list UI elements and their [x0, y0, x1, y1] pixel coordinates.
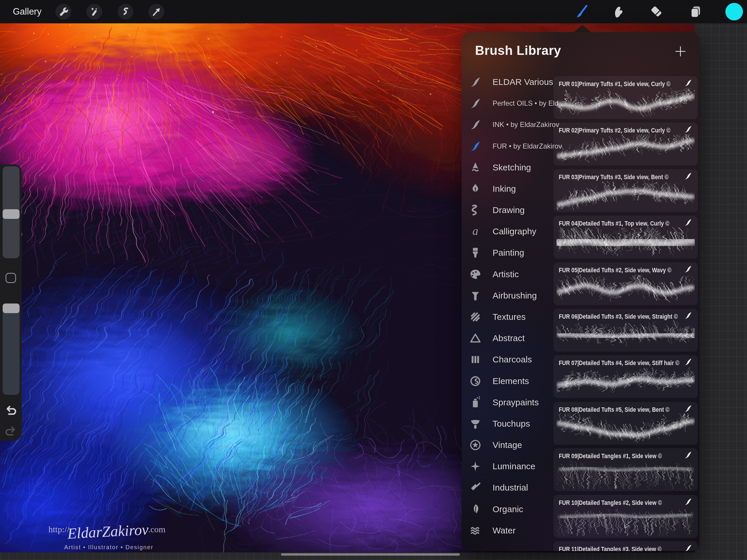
stroke-swoosh-icon: [469, 140, 482, 152]
top-toolbar: Gallery: [0, 0, 747, 23]
brush-name: FUR 08|Detailed Tufts #5, Side view, Ben…: [559, 406, 669, 413]
brush-stroke-preview: [557, 88, 695, 117]
brush-set-label: Textures: [493, 312, 525, 322]
brush-opacity-slider[interactable]: [3, 304, 20, 395]
brush-tool-button[interactable]: [572, 2, 591, 21]
brush-library-panel: Brush Library ELDAR VariousPerfect OILS …: [462, 32, 699, 551]
brush-set-label: Inking: [493, 184, 516, 194]
undo-button[interactable]: [4, 405, 18, 418]
home-indicator: [281, 553, 460, 556]
brush-set-label: Calligraphy: [493, 226, 536, 236]
stroke-swoosh-icon: [682, 311, 694, 320]
brush-stroke-preview: [557, 134, 695, 163]
brush-set-abstract[interactable]: Abstract: [462, 329, 553, 348]
brush-name: FUR 03|Primary Tufts #3, Side view, Bent…: [559, 173, 669, 181]
brush-item[interactable]: FUR 04|Detailed Tufts #1, Top view, Curl…: [553, 215, 698, 258]
brush-opacity-handle[interactable]: [3, 304, 20, 313]
hatch-icon: [469, 311, 482, 323]
adjustments-button[interactable]: [86, 4, 102, 20]
triangle-icon: [469, 332, 482, 345]
brush-set-calligraphy[interactable]: aCalligraphy: [462, 222, 553, 241]
layers-button[interactable]: [686, 2, 705, 21]
brush-set-painting[interactable]: Painting: [462, 244, 553, 262]
magic-wand-icon: [89, 7, 99, 17]
brush-set-elements[interactable]: Elements: [462, 372, 553, 390]
brush-set-luminance[interactable]: Luminance: [462, 457, 553, 476]
brush-item[interactable]: FUR 06|Detailed Tufts #3, Side view, Str…: [553, 309, 698, 352]
redo-button[interactable]: [4, 426, 18, 439]
brush-set-label: Industrial: [493, 483, 528, 492]
brush-set-industrial[interactable]: Industrial: [462, 478, 553, 497]
selection-button[interactable]: [118, 4, 133, 20]
gallery-button[interactable]: Gallery: [13, 0, 42, 23]
brush-set-artistic[interactable]: Artistic: [462, 265, 553, 284]
stroke-swoosh-icon: [682, 451, 694, 459]
pen-nib-icon: [469, 183, 482, 195]
signature-url-suffix: .com: [148, 525, 165, 534]
brush-set-airbrushing[interactable]: Airbrushing: [462, 286, 553, 305]
brush-set-drawing[interactable]: Drawing: [462, 201, 553, 220]
brush-stroke-preview: [557, 507, 695, 536]
brush-set-fur-by-eldarzakirov[interactable]: FUR • by EldarZakirov: [462, 137, 553, 156]
add-brush-button[interactable]: [675, 46, 686, 57]
app-background: http:// EldarZakirov .com Artist • Illus…: [0, 0, 747, 560]
layers-icon: [688, 4, 703, 19]
signature-url-prefix: http://: [48, 525, 70, 534]
brush-item[interactable]: FUR 01|Primary Tufts #1, Side view, Curl…: [553, 76, 698, 119]
brush-set-label: FUR • by EldarZakirov: [493, 142, 562, 150]
brush-set-label: Painting: [493, 248, 524, 258]
brush-set-inking[interactable]: Inking: [462, 179, 553, 198]
brush-set-label: Abstract: [493, 333, 525, 343]
stroke-swoosh-icon: [682, 357, 694, 366]
smudge-icon: [611, 4, 626, 19]
stroke-swoosh-icon: [469, 119, 482, 131]
brush-stroke-preview: [557, 321, 695, 350]
brush-item[interactable]: FUR 08|Detailed Tufts #5, Side view, Ben…: [553, 402, 698, 445]
eraser-icon: [649, 4, 664, 19]
stroke-swoosh-icon: [682, 172, 694, 180]
brush-set-eldar-various[interactable]: ELDAR Various: [462, 73, 553, 91]
brush-set-ink-by-eldarzakirov[interactable]: INK • by EldarZakirov: [462, 115, 553, 134]
active-color-circle: [725, 2, 744, 21]
brush-stroke-preview: [557, 367, 695, 396]
stroke-swoosh-icon: [682, 218, 694, 227]
brush-item[interactable]: FUR 10|Detailed Tangles #2, Side view ©: [553, 495, 698, 538]
brush-set-label: INK • by EldarZakirov: [493, 121, 559, 129]
brush-item[interactable]: FUR 07|Detailed Tufts #4, Side view, Sti…: [553, 355, 698, 398]
brush-stroke-preview: [557, 274, 695, 303]
actions-button[interactable]: [55, 4, 71, 20]
smudge-tool-button[interactable]: [609, 2, 628, 21]
brush-name: FUR 02|Primary Tufts #2, Side view, Curl…: [559, 127, 670, 134]
spray-can-icon: [469, 396, 482, 409]
brush-item[interactable]: FUR 05|Detailed Tufts #2, Side view, Wav…: [553, 262, 698, 305]
brush-item[interactable]: FUR 02|Primary Tufts #2, Side view, Curl…: [553, 123, 698, 166]
svg-text:a: a: [472, 225, 478, 237]
brush-name: FUR 06|Detailed Tufts #3, Side view, Str…: [559, 313, 678, 321]
brush-set-sketching[interactable]: Sketching: [462, 158, 553, 177]
brush-name: FUR 07|Detailed Tufts #4, Side view, Sti…: [559, 359, 679, 367]
brush-name: FUR 11|Detailed Tangles #3, Side view ©: [559, 545, 662, 551]
selection-icon: [121, 7, 130, 17]
brush-set-organic[interactable]: Organic: [462, 500, 553, 518]
brush-item[interactable]: FUR 09|Detailed Tangles #1, Side view ©: [553, 448, 698, 491]
color-swatch-button[interactable]: [725, 2, 744, 21]
stroke-swoosh-icon: [469, 97, 482, 109]
fan-brush-icon: [469, 417, 482, 430]
erase-tool-button[interactable]: [647, 2, 666, 21]
paint-brush-icon: [574, 4, 589, 19]
airbrush-icon: [469, 289, 482, 302]
brush-set-charcoals[interactable]: Charcoals: [462, 350, 553, 369]
brush-set-perfect-oils-by-eld[interactable]: Perfect OILS • by Eld…: [462, 94, 553, 113]
brush-set-spraypaints[interactable]: Spraypaints: [462, 393, 553, 412]
modify-button[interactable]: [5, 273, 16, 283]
brush-set-vintage[interactable]: Vintage: [462, 436, 553, 454]
brush-set-label: Drawing: [493, 205, 525, 215]
brush-item[interactable]: FUR 11|Detailed Tangles #3, Side view ©: [553, 541, 698, 551]
brush-set-water[interactable]: Water: [462, 521, 553, 540]
brush-item[interactable]: FUR 03|Primary Tufts #3, Side view, Bent…: [553, 169, 698, 212]
transform-button[interactable]: [149, 4, 164, 20]
brush-set-touchups[interactable]: Touchups: [462, 414, 553, 433]
brush-set-label: Airbrushing: [493, 291, 537, 301]
brush-set-textures[interactable]: Textures: [462, 308, 553, 326]
brush-size-handle[interactable]: [3, 209, 20, 219]
